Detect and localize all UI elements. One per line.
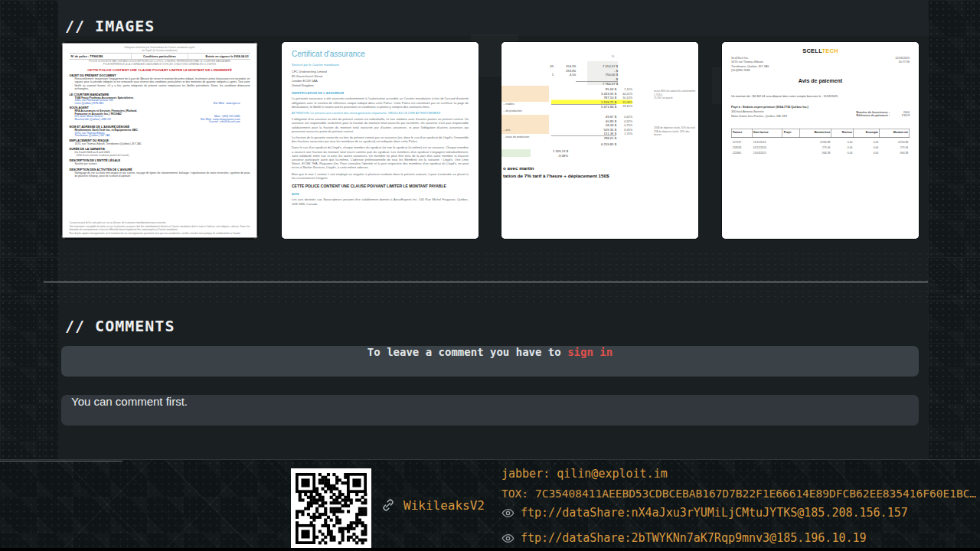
- table-cell: -964.38: [799, 150, 831, 155]
- table-header-cell: Escompte: [854, 129, 880, 138]
- wikileaks-mirror-link[interactable]: WikileaksV2: [403, 498, 485, 513]
- table-cell: 217137: [731, 138, 752, 145]
- sheet-low-rows: 49,67 $0,62%40,89 $0,52%58,34 $0,75%509,…: [551, 115, 632, 140]
- comment-signin-text: To leave a comment you have to: [368, 346, 567, 358]
- table-cell: 11/03/2025: [752, 150, 782, 155]
- table-header-cell: Retenue: [831, 129, 854, 138]
- table-header-cell: Montant brut: [799, 129, 831, 138]
- sheet-mid-rows: 85,64 $1,10%3 433,95 $44,22%787,50 $10,1…: [551, 87, 632, 109]
- sheet-row-label: …teaux de production: [503, 135, 529, 139]
- jabber-label: jabber:: [501, 467, 550, 481]
- list-line: L'assuré est prié de lire cette police e…: [70, 221, 250, 223]
- tox-label: TOX:: [501, 487, 528, 500]
- table-cell: 0.00: [854, 150, 880, 155]
- table-cell: -964.38: [880, 150, 910, 155]
- sheet-bold-note: tation de 7% tarif à l'heure + déplaceme…: [503, 173, 609, 178]
- doc-line: (2400 heures normale à l'adresse postale…: [77, 155, 250, 157]
- doc-company-address: ScellTech Inc.1670 rue Thomas EdisonTerr…: [731, 56, 769, 73]
- image-thumbnail-2[interactable]: Certificat d'assuranceSouscrit par le Co…: [282, 42, 479, 239]
- doc-title: Avis de paiement: [722, 77, 919, 83]
- doc-line: L'obligation d'un assureur au titre du p…: [292, 117, 469, 133]
- table-cell: [782, 145, 799, 150]
- doc-line: Courriel : info@rfa-sef.com: [75, 120, 250, 123]
- doc-conditions-particulieres: Délégation d'autorité par l'intermédiair…: [61, 42, 258, 239]
- doc-line: IDENTIFICATION DE L'ASSUREUR: [292, 91, 469, 95]
- list-line: 75$ de dépense totale, 50% des heures: [654, 129, 697, 136]
- table-cell: 222665: [731, 150, 752, 155]
- doc-certificat-assurance: Certificat d'assuranceSouscrit par le Co…: [282, 42, 479, 239]
- contact-list: jabber: qilin@exploit.im TOX: 7C35408411…: [501, 467, 978, 545]
- doc-line: La présente assurance a été souscrite co…: [292, 97, 469, 109]
- comment-signin-notice: To leave a comment you have to sign in: [61, 346, 919, 377]
- qr-code-canvas: [291, 468, 371, 549]
- image-thumbnail-3[interactable]: % …ntables …de production …ière …teaux d…: [501, 42, 698, 239]
- image-thumbnail-4[interactable]: SCELLTECH ScellTech Inc.1670 rue Thomas …: [722, 42, 919, 239]
- doc-line: CETTE POLICE CONTIENT UNE CLAUSE POUVANT…: [292, 184, 469, 189]
- list-line: Tout événement susceptible de mettre en …: [70, 225, 250, 230]
- sheet-notes: 240$ de dépense totale, 50% du total75$ …: [654, 126, 697, 136]
- tox-value: 7C35408411AEEBD53CDBCEBAB167D7B22F1E6661…: [535, 487, 976, 500]
- background-texture-band: [0, 251, 980, 303]
- scelltech-logo: SCELLTECH: [722, 47, 919, 54]
- doc-line: du Lloyd's (le Courtier mandataire): [70, 49, 250, 52]
- table-cell: 11/11/2024: [752, 138, 782, 145]
- table-cell: [782, 150, 799, 155]
- sheet-top-rows: 45154,997 014,57 $293,80- $14,50750,00 $…: [538, 64, 618, 86]
- table-cell: 275.94: [799, 145, 831, 150]
- doc-line: Les avis destinés aux Souscripteurs peuv…: [292, 198, 469, 206]
- ftp-share-link-1[interactable]: ftp://dataShare:nX4aJxu3rYUMiLjCMtuJYTKS…: [521, 506, 908, 520]
- doc-policy-header: N° de police : TF900386 Conditions parti…: [70, 54, 250, 60]
- doc-line: AVIS: [292, 192, 469, 196]
- payment-table: FactureDate factureProjetMontant brutRet…: [731, 129, 910, 155]
- table-row: 22266511/03/2025-964.380.000.00-964.38: [731, 150, 910, 155]
- jabber-contact: jabber: qilin@exploit.im: [501, 467, 978, 481]
- sheet-green-values: 1 326,13 $ -9,58%: [524, 149, 568, 158]
- image-thumbnail-1[interactable]: Délégation d'autorité par l'intermédiair…: [61, 42, 258, 239]
- label-value-row: Référence du paiement :13019: [856, 114, 910, 118]
- ftp-share-link-2[interactable]: ftp://dataShare:2bTWYKNn7aK7Rqp9mnv3@185…: [521, 531, 867, 545]
- table-row: 21852802/12/2024275.940.000.00275.94: [731, 145, 910, 150]
- sheet-highlight-block-1: [501, 86, 549, 102]
- sheet-row: 7 764,57 $: [538, 81, 618, 86]
- table-cell: 218528: [731, 145, 752, 150]
- doc-line: Renouvellement: moyennant l'engagement d…: [75, 77, 250, 90]
- doc-payee: Payé à : Enduits expert peinture (9164-7…: [731, 105, 808, 118]
- tox-contact: TOX: 7C35408411AEEBD53CDBCEBAB167D7B22F1…: [501, 487, 978, 500]
- table-cell: 4,990.88: [880, 138, 910, 145]
- mirror-link-row: WikileaksV2: [381, 497, 485, 513]
- list-line: Pour de plus amples renseignements sur l…: [70, 232, 250, 234]
- doc-datetime: 12/03/202510:27:36: [895, 56, 910, 64]
- doc-line: 1670, rue Thomas-Edison, Terrebonne (Qué…: [75, 142, 250, 145]
- bottom-black-strip: [0, 548, 980, 551]
- table-cell: 0.00: [854, 138, 880, 145]
- doc-line: Souscrit par le Courtier mandataire: [292, 64, 469, 67]
- doc-line: Bien que le mot « contrat » soit employé…: [292, 172, 469, 180]
- doc-line: ATTENTION: Le présent avis contient des …: [292, 111, 469, 115]
- comment-empty-message: You can comment first.: [61, 395, 919, 425]
- list-line: 10:27:36: [895, 60, 910, 64]
- table-header-cell: Montant net: [880, 129, 910, 138]
- images-section-title: // IMAGES: [65, 17, 155, 35]
- jabber-value: qilin@exploit.im: [557, 467, 668, 481]
- table-header-cell: Projet: [782, 129, 799, 138]
- leak-site-page: // IMAGES Délégation d'autorité par l'in…: [0, 0, 980, 551]
- footer-decoration-line: [0, 461, 122, 461]
- sheet-total: 6 259,85 $: [551, 142, 616, 146]
- sheet-row-label: …de production: [503, 109, 522, 112]
- qr-code: [291, 468, 371, 549]
- sheet-row-label: …ière: [503, 129, 510, 132]
- doc-line: Nettoyage de rue au balai mécanique et p…: [75, 171, 250, 178]
- list-line: 71,3% l'an passé: [654, 96, 697, 99]
- doc-legal-notes: L'assuré est prié de lire cette police e…: [70, 220, 250, 234]
- doc-line: La fraction de la garantie souscrite au …: [292, 135, 469, 143]
- doc-supplier-refs: Numéro du fournisseur :2000Référence du …: [856, 110, 910, 117]
- doc-line: Société par actions: [75, 162, 250, 165]
- table-header-cell: Facture: [731, 129, 752, 138]
- doc-spreadsheet: % …ntables …de production …ière …teaux d…: [501, 42, 698, 239]
- sign-in-link[interactable]: sign in: [567, 346, 612, 358]
- doc-avis-de-paiement: SCELLTECH ScellTech Inc.1670 rue Thomas …: [722, 42, 919, 239]
- doc-line: Terrebonne (Québec) J6Y 2A5: [75, 134, 250, 137]
- table-cell: [782, 138, 799, 145]
- sheet-percent-header: %: [612, 55, 614, 58]
- list-line: Notre-Dame-Des-Prairies, Québec J6E 1E9: [731, 113, 808, 118]
